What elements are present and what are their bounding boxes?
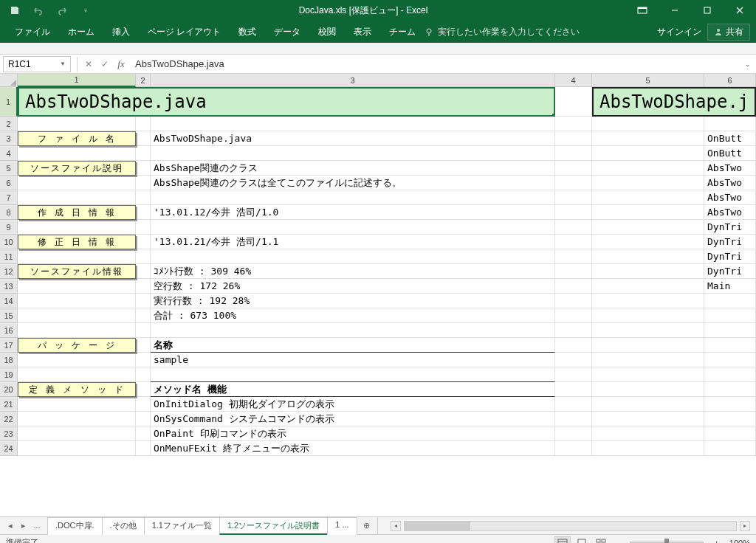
cell-r3c4[interactable] <box>555 131 592 146</box>
cell-r12c2[interactable] <box>136 264 151 279</box>
cell-r21c1[interactable] <box>18 397 136 412</box>
cell-r4c5[interactable] <box>592 146 704 161</box>
cell-r15c6[interactable] <box>704 308 756 323</box>
cell-r9c4[interactable] <box>555 220 592 235</box>
cell-r21c5[interactable] <box>592 397 704 412</box>
tab-review[interactable]: 校閲 <box>309 21 345 43</box>
undo-icon[interactable] <box>28 1 49 19</box>
cell-r22c4[interactable] <box>555 412 592 426</box>
row-header-19[interactable]: 19 <box>0 367 18 382</box>
cell-r2c2[interactable] <box>136 117 151 131</box>
cell-r17c6[interactable] <box>704 338 756 353</box>
cell-r18c4[interactable] <box>555 353 592 367</box>
cell-r10c3[interactable]: '13.01.21/今井 浩司/1.1 <box>151 235 555 249</box>
cell-r15c4[interactable] <box>555 308 592 323</box>
tab-view[interactable]: 表示 <box>345 21 380 43</box>
expand-formula-bar-icon[interactable]: ⌄ <box>740 60 756 68</box>
cell-r5c5[interactable] <box>592 161 704 176</box>
enter-formula-icon[interactable]: ✓ <box>97 56 113 72</box>
cell-r5c1[interactable]: ソースファイル説明 <box>18 161 136 176</box>
cell-r5c2[interactable] <box>136 161 151 176</box>
cell-r5c4[interactable] <box>555 161 592 176</box>
cell-r14c1[interactable] <box>18 294 136 308</box>
share-button[interactable]: 共有 <box>707 24 750 41</box>
cell-r4c2[interactable] <box>136 146 151 161</box>
cell-r18c5[interactable] <box>592 353 704 367</box>
cell-r19c6[interactable] <box>704 367 756 382</box>
row-header-20[interactable]: 20 <box>0 382 18 397</box>
row-header-7[interactable]: 7 <box>0 190 18 205</box>
cell-r5c3[interactable]: AbsShape関連のクラス <box>151 161 555 176</box>
col-header-2[interactable]: 2 <box>136 74 151 87</box>
cell-r17c3[interactable]: 名称 <box>151 338 555 353</box>
sheet-tab-3[interactable]: 1.2ソースファイル説明書 <box>219 517 328 535</box>
sign-in-link[interactable]: サインイン <box>657 26 701 38</box>
row-header-4[interactable]: 4 <box>0 146 18 161</box>
cell-r14c5[interactable] <box>592 294 704 308</box>
cell-r19c1[interactable] <box>18 367 136 382</box>
cell-r10c4[interactable] <box>555 235 592 249</box>
cell-r13c5[interactable] <box>592 279 704 294</box>
tab-file[interactable]: ファイル <box>6 21 59 43</box>
cell-r6c4[interactable] <box>555 176 592 190</box>
cell-r24c4[interactable] <box>555 441 592 456</box>
cell-r14c6[interactable] <box>704 294 756 308</box>
cell-r17c5[interactable] <box>592 338 704 353</box>
view-normal-icon[interactable] <box>554 536 571 544</box>
row-header-6[interactable]: 6 <box>0 176 18 190</box>
cell-r18c1[interactable] <box>18 353 136 367</box>
sheet-tab-1[interactable]: .その他 <box>102 517 145 535</box>
cell-r22c2[interactable] <box>136 412 151 426</box>
row-header-18[interactable]: 18 <box>0 353 18 367</box>
cell-r2c1[interactable] <box>18 117 136 131</box>
cell-r14c2[interactable] <box>136 294 151 308</box>
cell-r13c4[interactable] <box>555 279 592 294</box>
cell-r19c4[interactable] <box>555 367 592 382</box>
row-header-22[interactable]: 22 <box>0 412 18 426</box>
cell-r13c6[interactable]: Main <box>704 279 756 294</box>
cell-r17c4[interactable] <box>555 338 592 353</box>
row-header-1[interactable]: 1 <box>0 87 18 117</box>
close-icon[interactable] <box>724 0 756 21</box>
tab-nav-prev-icon[interactable]: ◂ <box>4 521 16 530</box>
col-header-1[interactable]: 1 <box>18 74 136 87</box>
row-header-21[interactable]: 21 <box>0 397 18 412</box>
cell-r9c2[interactable] <box>136 220 151 235</box>
row-header-9[interactable]: 9 <box>0 220 18 235</box>
cell-r18c2[interactable] <box>136 353 151 367</box>
cell-r8c5[interactable] <box>592 205 704 220</box>
cell-r19c5[interactable] <box>592 367 704 382</box>
view-page-break-icon[interactable] <box>593 536 609 544</box>
cell-r11c6[interactable]: DynTri <box>704 249 756 264</box>
cell-r12c3[interactable]: ｺﾒﾝﾄ行数 : 309 46% <box>151 264 555 279</box>
row-header-23[interactable]: 23 <box>0 426 18 441</box>
tab-insert[interactable]: 挿入 <box>103 21 139 43</box>
hscroll-right-icon[interactable]: ▸ <box>740 521 750 531</box>
cell-r22c6[interactable] <box>704 412 756 426</box>
cell-r24c1[interactable] <box>18 441 136 456</box>
cell-r3c2[interactable] <box>136 131 151 146</box>
cell-r8c6[interactable]: AbsTwo <box>704 205 756 220</box>
cell-r13c1[interactable] <box>18 279 136 294</box>
cell-r7c3[interactable] <box>151 190 555 205</box>
cell-r19c2[interactable] <box>136 367 151 382</box>
cell-r21c4[interactable] <box>555 397 592 412</box>
cell-r4c4[interactable] <box>555 146 592 161</box>
cell-r4c3[interactable] <box>151 146 555 161</box>
cell-r16c5[interactable] <box>592 323 704 338</box>
cell-r20c3[interactable]: メソッド名 機能 <box>151 382 555 397</box>
cell-r6c6[interactable]: AbsTwo <box>704 176 756 190</box>
cell-r20c5[interactable] <box>592 382 704 397</box>
col-header-4[interactable]: 4 <box>555 74 592 87</box>
cell-r11c3[interactable] <box>151 249 555 264</box>
cell-r21c3[interactable]: OnInitDialog 初期化ダイアログの表示 <box>151 397 555 412</box>
cell-r24c6[interactable] <box>704 441 756 456</box>
cell-r24c3[interactable]: OnMenuFExit 終了メニューの表示 <box>151 441 555 456</box>
formula-input[interactable]: AbsTwoDShape.java <box>129 58 740 69</box>
cancel-formula-icon[interactable]: ✕ <box>80 56 97 72</box>
col-header-3[interactable]: 3 <box>151 74 555 87</box>
cell-r3c1[interactable]: フ ァ イ ル 名 <box>18 131 136 146</box>
cell-r20c1[interactable]: 定 義 メ ソ ッ ド <box>18 382 136 397</box>
cell-r1c1[interactable]: AbsTwoDShape.java <box>18 87 555 117</box>
cell-r16c2[interactable] <box>136 323 151 338</box>
